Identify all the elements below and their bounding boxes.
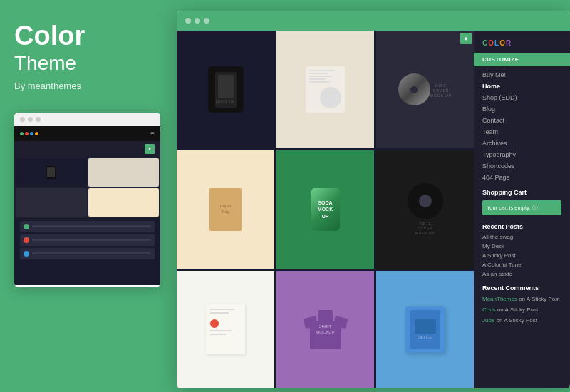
post-item-2[interactable]: My Desk: [482, 242, 561, 251]
soda-label: SODAMOCKUP: [318, 200, 333, 219]
portfolio-item-paper[interactable]: [276, 31, 374, 148]
portfolio-item-device[interactable]: DEVICE: [376, 271, 474, 388]
mini-dot-3: [36, 117, 41, 122]
cart-empty-text: Your cart is empty.: [487, 205, 530, 211]
main-browser-body: Mock up ▼: [177, 31, 570, 388]
mini-nav: ≡: [14, 126, 160, 141]
nav-item-home[interactable]: Home: [482, 81, 561, 92]
nav-item-shop[interactable]: Shop (EDD): [482, 92, 561, 103]
portfolio-item-vinyl[interactable]: VINYLCOVERMOCK UP: [376, 150, 474, 268]
recent-comments-title: Recent Comments: [474, 279, 570, 294]
mini-browser-bar: [14, 113, 160, 126]
paper-circle: [320, 87, 341, 108]
logo-letter-o2: O: [499, 39, 505, 47]
nav-item-404[interactable]: 404 Page: [482, 172, 561, 183]
shopping-cart-title: Shopping Cart: [474, 183, 570, 198]
cart-empty-box: Your cart is empty. ⓘ: [482, 200, 561, 215]
post-item-4[interactable]: A Colorful Tune: [482, 260, 561, 269]
nav-item-archives[interactable]: Archives: [482, 138, 561, 149]
by-text: By meanthemes: [14, 81, 160, 91]
bag-label: PaperBag: [219, 204, 231, 215]
mini-grid-cell-4: [88, 188, 160, 217]
device-screen: DEVICE: [410, 310, 440, 349]
post-item-3[interactable]: A Sticky Post: [482, 251, 561, 260]
comment-author-3[interactable]: Jude: [482, 317, 494, 324]
nav-item-blog[interactable]: Blog: [482, 103, 561, 115]
tshirt-collar: [318, 310, 333, 321]
post-item-1[interactable]: All the swag: [482, 232, 561, 242]
mini-logo-l: [30, 132, 33, 135]
logo-letter-c: C: [482, 39, 487, 47]
nav-item-team[interactable]: Team: [482, 126, 561, 138]
nav-item-contact[interactable]: Contact: [482, 115, 561, 126]
tshirt-body: SHIRTMOCKUP: [310, 321, 341, 349]
filter-icon: ▼: [463, 36, 469, 42]
portfolio-item-bag[interactable]: PaperBag: [177, 150, 274, 268]
device-label: DEVICE: [418, 335, 432, 339]
mini-filter-bar: ▼: [14, 141, 160, 157]
device-art: DEVICE: [405, 306, 445, 353]
vinyl-label: [419, 195, 432, 207]
sidebar-logo: C O L O R: [474, 36, 570, 53]
nav-item-typography[interactable]: Typography: [482, 149, 561, 160]
comment-item-3: Jude on A Sticky Post: [482, 315, 561, 326]
browser-dot-3: [204, 18, 209, 24]
paper-mockup-art: [306, 66, 345, 113]
logo-letter-r: R: [506, 39, 511, 47]
mini-grid-cell-3: [16, 188, 87, 217]
portfolio-item-cd[interactable]: ▼ DISCCOVERMOCK UP: [376, 31, 474, 148]
logo-letter-o: O: [488, 39, 494, 47]
main-browser: Mock up ▼: [177, 11, 570, 388]
mini-grid-cell-2: [88, 158, 160, 187]
mini-dot-2: [28, 117, 33, 122]
mini-dot-1: [20, 117, 25, 122]
vinyl-text: VINYLCOVERMOCK UP: [415, 221, 435, 236]
browser-dot-2: [195, 18, 200, 24]
soda-container: SODAMOCKUP: [276, 150, 374, 268]
comment-text-3: on A Sticky Post: [494, 317, 537, 324]
soda-can-art: SODAMOCKUP: [311, 188, 340, 231]
recent-posts-title: Recent Posts: [474, 217, 570, 232]
mini-line-1: [32, 225, 151, 227]
browser-dot-1: [185, 18, 191, 24]
mini-list: [14, 218, 160, 264]
comment-text-1: on A Sticky Post: [517, 296, 560, 302]
portfolio-grid: Mock up ▼: [177, 31, 474, 388]
mini-avatar-3: [24, 251, 29, 257]
mini-browser-content: ≡ ▼: [14, 126, 160, 285]
mini-logo-o2: [35, 132, 38, 135]
sidebar-nav: Buy Me! Home Shop (EDD) Blog Contact Tea…: [474, 69, 570, 183]
recent-posts-list: All the swag My Desk A Sticky Post A Col…: [474, 232, 570, 279]
mini-line-3: [32, 252, 151, 254]
paper2-art: [206, 304, 245, 354]
mockup-label: Mock up: [216, 100, 235, 104]
nav-item-buyme[interactable]: Buy Me!: [482, 69, 561, 81]
comment-item-1: MeanThemes on A Sticky Post: [482, 294, 561, 304]
portfolio-item-paper2[interactable]: [177, 271, 274, 388]
mini-hamburger-icon: ≡: [150, 130, 155, 138]
comment-item-2: Chris on A Sticky Post: [482, 304, 561, 315]
comment-author-1[interactable]: MeanThemes: [482, 296, 517, 302]
mini-list-item-2: [20, 234, 155, 246]
post-item-5[interactable]: As an aside: [482, 269, 561, 279]
portfolio-item-soda[interactable]: SODAMOCKUP: [276, 150, 374, 268]
mini-avatar-1: [24, 224, 29, 229]
tshirt-art: SHIRTMOCKUP: [304, 310, 347, 349]
mini-filter-button[interactable]: ▼: [145, 144, 155, 154]
mini-avatar-2: [24, 237, 29, 243]
bag-art: PaperBag: [209, 188, 242, 231]
comment-author-2[interactable]: Chris: [482, 306, 496, 313]
customize-button[interactable]: CUSTOMIZE: [474, 53, 570, 66]
mini-list-item-3: [20, 248, 155, 259]
vinyl-container: VINYLCOVERMOCK UP: [376, 150, 474, 268]
mini-browser-preview: ≡ ▼: [14, 113, 160, 287]
mini-list-item-1: [20, 221, 155, 232]
tshirt-label: SHIRTMOCKUP: [310, 321, 341, 339]
mini-logo-o: [25, 132, 28, 135]
left-panel: Color Theme By meanthemes ≡ ▼: [0, 0, 175, 392]
info-icon: ⓘ: [532, 204, 538, 212]
mini-portfolio-grid: [14, 157, 160, 218]
portfolio-item-phone[interactable]: Mock up: [177, 31, 274, 148]
portfolio-item-tshirt[interactable]: SHIRTMOCKUP: [276, 271, 374, 388]
nav-item-shortcodes[interactable]: Shortcodes: [482, 160, 561, 172]
